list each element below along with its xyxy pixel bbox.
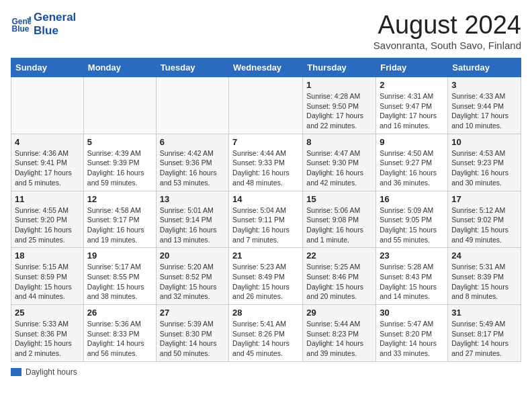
svg-text:Blue: Blue bbox=[12, 25, 30, 34]
day-number: 30 bbox=[380, 308, 444, 318]
calendar-cell: 8Sunrise: 4:47 AM Sunset: 9:30 PM Daylig… bbox=[303, 134, 376, 191]
calendar-cell: 18Sunrise: 5:15 AM Sunset: 8:59 PM Dayli… bbox=[11, 248, 84, 305]
calendar-cell: 30Sunrise: 5:47 AM Sunset: 8:20 PM Dayli… bbox=[376, 305, 448, 362]
day-number: 15 bbox=[306, 194, 372, 204]
day-number: 9 bbox=[380, 137, 444, 147]
day-number: 20 bbox=[160, 250, 225, 261]
day-number: 28 bbox=[232, 308, 299, 318]
day-number: 7 bbox=[232, 137, 299, 147]
calendar-cell: 12Sunrise: 4:58 AM Sunset: 9:17 PM Dayli… bbox=[83, 191, 156, 248]
day-number: 1 bbox=[306, 80, 372, 90]
day-info: Sunrise: 5:06 AM Sunset: 9:08 PM Dayligh… bbox=[306, 205, 372, 245]
calendar-cell: 26Sunrise: 5:36 AM Sunset: 8:33 PM Dayli… bbox=[83, 305, 156, 362]
day-info: Sunrise: 4:50 AM Sunset: 9:27 PM Dayligh… bbox=[380, 148, 444, 188]
day-info: Sunrise: 4:28 AM Sunset: 9:50 PM Dayligh… bbox=[306, 91, 372, 131]
day-info: Sunrise: 5:01 AM Sunset: 9:14 PM Dayligh… bbox=[160, 205, 225, 245]
day-number: 25 bbox=[15, 308, 80, 318]
day-info: Sunrise: 5:15 AM Sunset: 8:59 PM Dayligh… bbox=[15, 262, 80, 302]
calendar-cell: 27Sunrise: 5:39 AM Sunset: 8:30 PM Dayli… bbox=[156, 305, 228, 362]
calendar-cell: 31Sunrise: 5:49 AM Sunset: 8:17 PM Dayli… bbox=[448, 305, 521, 362]
legend-label: Daylight hours bbox=[26, 367, 77, 377]
day-info: Sunrise: 5:47 AM Sunset: 8:20 PM Dayligh… bbox=[380, 319, 444, 359]
calendar-cell: 3Sunrise: 4:33 AM Sunset: 9:44 PM Daylig… bbox=[448, 77, 521, 134]
day-number: 10 bbox=[451, 137, 517, 147]
day-number: 21 bbox=[232, 250, 299, 261]
day-number: 18 bbox=[15, 250, 80, 261]
calendar-cell: 23Sunrise: 5:28 AM Sunset: 8:43 PM Dayli… bbox=[376, 248, 448, 305]
day-number: 23 bbox=[380, 250, 444, 261]
calendar-cell: 20Sunrise: 5:20 AM Sunset: 8:52 PM Dayli… bbox=[156, 248, 228, 305]
calendar-cell bbox=[83, 77, 156, 134]
calendar-cell: 16Sunrise: 5:09 AM Sunset: 9:05 PM Dayli… bbox=[376, 191, 448, 248]
day-number: 17 bbox=[451, 194, 517, 204]
legend: Daylight hours bbox=[11, 367, 521, 377]
day-number: 6 bbox=[160, 137, 225, 147]
day-info: Sunrise: 4:47 AM Sunset: 9:30 PM Dayligh… bbox=[306, 148, 372, 188]
day-of-week-header: Monday bbox=[83, 58, 156, 77]
day-number: 14 bbox=[232, 194, 299, 204]
calendar-week-row: 4Sunrise: 4:36 AM Sunset: 9:41 PM Daylig… bbox=[11, 134, 521, 191]
calendar-cell bbox=[11, 77, 84, 134]
day-info: Sunrise: 5:36 AM Sunset: 8:33 PM Dayligh… bbox=[87, 319, 152, 359]
calendar-cell: 22Sunrise: 5:25 AM Sunset: 8:46 PM Dayli… bbox=[303, 248, 376, 305]
calendar-week-row: 25Sunrise: 5:33 AM Sunset: 8:36 PM Dayli… bbox=[11, 305, 521, 362]
day-info: Sunrise: 5:12 AM Sunset: 9:02 PM Dayligh… bbox=[451, 205, 517, 245]
calendar-cell: 15Sunrise: 5:06 AM Sunset: 9:08 PM Dayli… bbox=[303, 191, 376, 248]
logo: General Blue General Blue bbox=[11, 11, 76, 38]
day-info: Sunrise: 5:25 AM Sunset: 8:46 PM Dayligh… bbox=[306, 262, 372, 302]
day-number: 5 bbox=[87, 137, 152, 147]
calendar-cell: 17Sunrise: 5:12 AM Sunset: 9:02 PM Dayli… bbox=[448, 191, 521, 248]
month-title: August 2024 bbox=[373, 11, 521, 40]
day-info: Sunrise: 5:31 AM Sunset: 8:39 PM Dayligh… bbox=[451, 262, 517, 302]
day-info: Sunrise: 5:04 AM Sunset: 9:11 PM Dayligh… bbox=[232, 205, 299, 245]
day-info: Sunrise: 5:44 AM Sunset: 8:23 PM Dayligh… bbox=[306, 319, 372, 359]
subtitle: Savonranta, South Savo, Finland bbox=[373, 40, 521, 51]
logo-icon: General Blue bbox=[11, 14, 31, 34]
day-info: Sunrise: 4:53 AM Sunset: 9:23 PM Dayligh… bbox=[451, 148, 517, 188]
calendar-cell: 9Sunrise: 4:50 AM Sunset: 9:27 PM Daylig… bbox=[376, 134, 448, 191]
day-info: Sunrise: 5:41 AM Sunset: 8:26 PM Dayligh… bbox=[232, 319, 299, 359]
logo-line2: Blue bbox=[34, 24, 76, 38]
calendar-cell: 24Sunrise: 5:31 AM Sunset: 8:39 PM Dayli… bbox=[448, 248, 521, 305]
day-number: 31 bbox=[451, 308, 517, 318]
calendar-cell: 4Sunrise: 4:36 AM Sunset: 9:41 PM Daylig… bbox=[11, 134, 84, 191]
day-info: Sunrise: 4:42 AM Sunset: 9:36 PM Dayligh… bbox=[160, 148, 225, 188]
calendar-cell: 10Sunrise: 4:53 AM Sunset: 9:23 PM Dayli… bbox=[448, 134, 521, 191]
day-number: 3 bbox=[451, 80, 517, 90]
day-info: Sunrise: 5:39 AM Sunset: 8:30 PM Dayligh… bbox=[160, 319, 225, 359]
calendar-cell: 13Sunrise: 5:01 AM Sunset: 9:14 PM Dayli… bbox=[156, 191, 228, 248]
calendar-cell: 28Sunrise: 5:41 AM Sunset: 8:26 PM Dayli… bbox=[229, 305, 303, 362]
legend-bar bbox=[11, 368, 21, 376]
calendar-cell: 2Sunrise: 4:31 AM Sunset: 9:47 PM Daylig… bbox=[376, 77, 448, 134]
day-number: 26 bbox=[87, 308, 152, 318]
calendar-cell: 11Sunrise: 4:55 AM Sunset: 9:20 PM Dayli… bbox=[11, 191, 84, 248]
day-number: 24 bbox=[451, 250, 517, 261]
day-of-week-header: Tuesday bbox=[156, 58, 228, 77]
calendar-cell: 29Sunrise: 5:44 AM Sunset: 8:23 PM Dayli… bbox=[303, 305, 376, 362]
day-info: Sunrise: 4:31 AM Sunset: 9:47 PM Dayligh… bbox=[380, 91, 444, 131]
calendar: SundayMondayTuesdayWednesdayThursdayFrid… bbox=[11, 58, 521, 362]
day-info: Sunrise: 4:44 AM Sunset: 9:33 PM Dayligh… bbox=[232, 148, 299, 188]
day-number: 29 bbox=[306, 308, 372, 318]
day-number: 2 bbox=[380, 80, 444, 90]
day-info: Sunrise: 5:23 AM Sunset: 8:49 PM Dayligh… bbox=[232, 262, 299, 302]
calendar-week-row: 18Sunrise: 5:15 AM Sunset: 8:59 PM Dayli… bbox=[11, 248, 521, 305]
day-number: 8 bbox=[306, 137, 372, 147]
day-info: Sunrise: 5:09 AM Sunset: 9:05 PM Dayligh… bbox=[380, 205, 444, 245]
day-info: Sunrise: 4:39 AM Sunset: 9:39 PM Dayligh… bbox=[87, 148, 152, 188]
day-info: Sunrise: 4:33 AM Sunset: 9:44 PM Dayligh… bbox=[451, 91, 517, 131]
day-number: 12 bbox=[87, 194, 152, 204]
day-info: Sunrise: 4:55 AM Sunset: 9:20 PM Dayligh… bbox=[15, 205, 80, 245]
day-info: Sunrise: 5:17 AM Sunset: 8:55 PM Dayligh… bbox=[87, 262, 152, 302]
calendar-cell: 1Sunrise: 4:28 AM Sunset: 9:50 PM Daylig… bbox=[303, 77, 376, 134]
calendar-cell: 6Sunrise: 4:42 AM Sunset: 9:36 PM Daylig… bbox=[156, 134, 228, 191]
day-number: 27 bbox=[160, 308, 225, 318]
day-info: Sunrise: 5:49 AM Sunset: 8:17 PM Dayligh… bbox=[451, 319, 517, 359]
day-of-week-header: Wednesday bbox=[229, 58, 303, 77]
calendar-header-row: SundayMondayTuesdayWednesdayThursdayFrid… bbox=[11, 58, 521, 77]
day-number: 11 bbox=[15, 194, 80, 204]
day-info: Sunrise: 5:33 AM Sunset: 8:36 PM Dayligh… bbox=[15, 319, 80, 359]
logo-line1: General bbox=[34, 11, 76, 24]
day-of-week-header: Friday bbox=[376, 58, 448, 77]
calendar-week-row: 11Sunrise: 4:55 AM Sunset: 9:20 PM Dayli… bbox=[11, 191, 521, 248]
